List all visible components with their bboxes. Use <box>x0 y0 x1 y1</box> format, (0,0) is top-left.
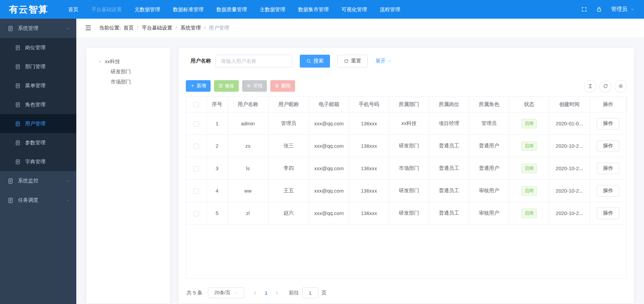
current-page[interactable]: 1 <box>261 290 271 296</box>
top-menu-item[interactable]: 元数据管理 <box>128 0 167 19</box>
cell-post: 普通员工 <box>429 180 469 202</box>
row-checkbox[interactable] <box>194 121 199 127</box>
sidebar-item[interactable]: 字典管理 <box>0 152 76 171</box>
top-menu-item[interactable]: 主数据管理 <box>253 0 292 19</box>
top-menu: 首页平台基础设置元数据管理数据标准管理数据质量管理主数据管理数据集市管理可视化管… <box>62 0 581 19</box>
chevron-down-icon <box>630 7 635 12</box>
search-icon <box>306 59 311 64</box>
row-checkbox[interactable] <box>194 144 199 149</box>
search-button[interactable]: 搜索 <box>300 55 330 68</box>
row-checkbox[interactable] <box>194 189 199 194</box>
sidebar-item[interactable]: 用户管理 <box>0 114 76 133</box>
cell-action: 操作 <box>590 202 626 225</box>
next-page-button[interactable] <box>271 290 283 296</box>
row-checkbox[interactable] <box>194 211 199 216</box>
expand-link[interactable]: 展开 <box>375 58 392 64</box>
top-menu-item[interactable]: 数据集市管理 <box>292 0 335 19</box>
top-navbar: 有云智算 首页平台基础设置元数据管理数据标准管理数据质量管理主数据管理数据集市管… <box>0 0 644 19</box>
arrow-right-icon <box>274 290 279 296</box>
lock-icon[interactable] <box>596 6 602 12</box>
row-action-button[interactable]: 操作 <box>597 185 619 197</box>
app-logo: 有云智算 <box>9 3 48 16</box>
row-action-button[interactable]: 操作 <box>597 163 619 174</box>
status-badge: 启用 <box>521 209 537 218</box>
cell-created: 2020-10-2... <box>549 180 590 202</box>
cell-nickname: 王五 <box>268 180 309 202</box>
status-badge: 启用 <box>521 186 537 196</box>
username-input[interactable] <box>216 55 292 68</box>
document-icon <box>7 178 14 184</box>
breadcrumb-item[interactable]: 用户管理 <box>209 25 236 31</box>
sidebar-group-system[interactable]: 系统管理 <box>0 19 76 38</box>
cell-action: 操作 <box>590 135 626 157</box>
arrow-left-icon <box>253 290 258 296</box>
sidebar-item-label: 角色管理 <box>25 102 76 108</box>
cell-email: xxx@qq.com <box>309 202 349 225</box>
tool-button[interactable] <box>584 80 596 92</box>
breadcrumb-label: 首页 <box>123 25 134 31</box>
row-action-button[interactable]: 操作 <box>597 118 619 129</box>
breadcrumb: 首页 / 平台基础设置 / 系统管理 / 用户管理 <box>123 25 236 31</box>
document-icon <box>15 64 21 70</box>
sidebar-item-label: 岗位管理 <box>25 44 76 51</box>
goto-page-input[interactable] <box>302 287 318 298</box>
document-icon <box>15 83 21 89</box>
cell-created: 2020-10-2... <box>549 157 590 180</box>
tree-root-label: xx科技 <box>105 58 120 65</box>
navbar-right: 管理员 <box>581 6 635 13</box>
cell-username: zs <box>228 135 268 157</box>
sidebar-item[interactable]: 菜单管理 <box>0 76 76 95</box>
sidebar-item[interactable]: 岗位管理 <box>0 38 76 57</box>
sidebar-item[interactable]: 参数管理 <box>0 133 76 152</box>
breadcrumb-separator: / <box>137 25 138 31</box>
breadcrumb-item[interactable]: 系统管理 / <box>180 25 209 31</box>
fullscreen-icon[interactable] <box>581 6 587 12</box>
breadcrumb-separator: / <box>176 25 177 31</box>
document-icon <box>7 197 14 203</box>
cell-nickname: 管理员 <box>268 112 309 135</box>
caret-down-icon <box>98 59 102 64</box>
toolbar-button[interactable]: 详情 <box>242 80 267 92</box>
cell-no: 2 <box>207 135 228 157</box>
tree-node[interactable]: 市场部门 <box>90 77 167 87</box>
top-menu-item[interactable]: 可视化管理 <box>335 0 373 19</box>
tool-button[interactable] <box>599 80 611 92</box>
top-menu-item[interactable]: 数据标准管理 <box>167 0 210 19</box>
top-menu-item[interactable]: 首页 <box>62 0 85 19</box>
user-menu[interactable]: 管理员 <box>611 6 635 13</box>
row-checkbox[interactable] <box>194 166 199 172</box>
cell-post: 普通员工 <box>429 157 469 180</box>
column-header: 所属角色 <box>469 97 509 112</box>
row-action-button[interactable]: 操作 <box>597 208 619 219</box>
sidebar-item[interactable]: 角色管理 <box>0 95 76 114</box>
tool-button[interactable] <box>614 80 627 92</box>
top-menu-item[interactable]: 流程管理 <box>373 0 407 19</box>
breadcrumb-item[interactable]: 平台基础设置 / <box>142 25 180 31</box>
sidebar-group-monitor[interactable]: 系统监控 <box>0 171 76 191</box>
sidebar-item[interactable]: 部门管理 <box>0 57 76 76</box>
collapse-sidebar-icon[interactable] <box>85 24 92 31</box>
row-action-button[interactable]: 操作 <box>597 140 619 152</box>
tree-children: 研发部门 市场部门 <box>90 67 167 87</box>
cell-created: 2020-10-2... <box>549 202 590 225</box>
sidebar-group-task[interactable]: 任务调度 <box>0 191 76 210</box>
row-select-cell <box>186 180 207 202</box>
cell-role: 管理员 <box>469 112 509 135</box>
department-tree-panel: xx科技 研发部门 市场部门 <box>86 47 171 304</box>
toolbar-button[interactable]: 修改 <box>214 80 239 92</box>
page-size-select[interactable]: 20条/页 <box>208 287 244 298</box>
goto-unit: 页 <box>321 290 327 296</box>
tree-node-root[interactable]: xx科技 <box>90 56 167 67</box>
select-all-checkbox[interactable] <box>194 102 199 107</box>
tree-node[interactable]: 研发部门 <box>90 67 167 77</box>
breadcrumb-item[interactable]: 首页 / <box>123 25 142 31</box>
cell-role: 审核用户 <box>469 180 509 202</box>
cell-status: 启用 <box>509 135 549 157</box>
top-menu-item[interactable]: 数据质量管理 <box>210 0 253 19</box>
prev-page-button[interactable] <box>250 290 261 296</box>
reset-button[interactable]: 重置 <box>337 55 368 68</box>
toolbar-button[interactable]: 新增 <box>186 80 211 92</box>
pagination: 共 5 条 20条/页 1 前往 页 <box>186 287 627 298</box>
top-menu-item[interactable]: 平台基础设置 <box>85 0 128 19</box>
toolbar-button[interactable]: 删除 <box>270 80 295 92</box>
